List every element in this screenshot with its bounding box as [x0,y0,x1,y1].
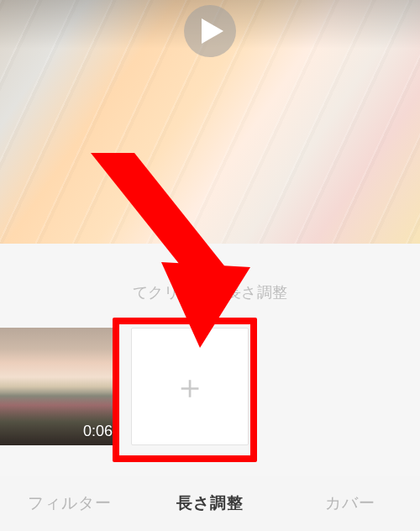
play-button[interactable] [184,5,236,57]
clip-panel: てクリップの長さ調整 0:06 ＋ [0,244,420,476]
tab-cover[interactable]: カバー [280,476,420,531]
tab-trim[interactable]: 長さ調整 [140,476,281,531]
play-icon [200,18,223,44]
tab-filter[interactable]: フィルター [0,476,140,531]
add-clip-button[interactable]: ＋ [131,328,249,445]
bottom-tabs: フィルター 長さ調整 カバー [0,476,420,531]
clip-row: 0:06 ＋ [0,328,249,445]
clip-thumbnail[interactable]: 0:06 [0,328,119,445]
video-preview[interactable] [0,0,420,244]
plus-icon: ＋ [173,370,207,403]
screen: てクリップの長さ調整 0:06 ＋ フィルター 長さ調整 カバー [0,0,420,531]
hint-text: てクリップの長さ調整 [0,282,420,302]
svg-marker-0 [202,18,223,44]
clip-duration: 0:06 [83,423,113,440]
